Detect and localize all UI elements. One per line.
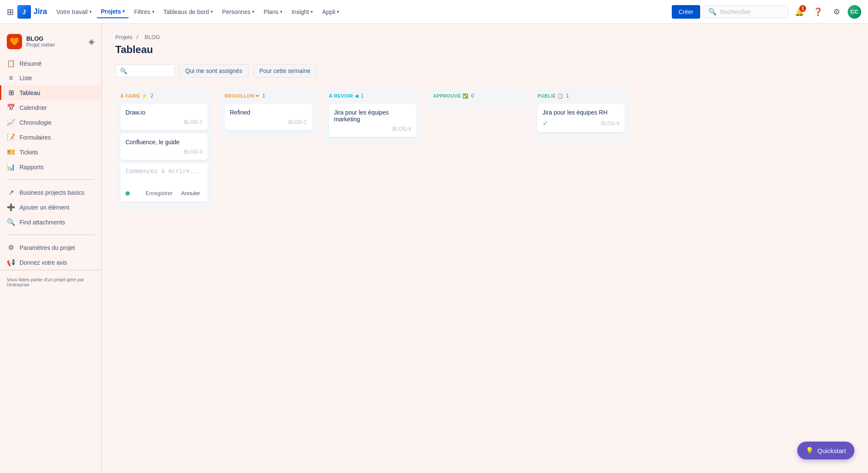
resume-icon: 📋 [7,59,15,67]
calendar-icon: 📅 [7,104,15,112]
sidebar-item-resume[interactable]: 📋 Résumé [0,56,101,71]
column-title-todo: À FAIRE ⚡ [120,93,148,99]
grid-icon[interactable]: ⊞ [7,7,14,17]
sidebar-item-find-attachments[interactable]: 🔍 Find attachments [0,215,101,230]
status-indicator [125,191,130,196]
column-count-arevoir: 1 [361,93,364,99]
card-title: Jira pour les équipes RH [542,109,620,116]
sidebar-nav: 📋 Résumé ≡ Liste ⊞ Tableau 📅 Calendrier … [0,56,101,270]
board-icon: ⊞ [7,89,15,97]
sidebar-footer: Vous faites partie d'un projet géré par … [0,270,101,294]
settings-button[interactable]: ⚙ [829,4,844,20]
jira-logo[interactable]: J Jira [17,5,47,19]
breadcrumb: Projets / BLOG [115,34,854,40]
kanban-board: À FAIRE ⚡ 2 Draw.io BLOG-1 Confluence, l… [115,88,854,210]
nav-menu: Votre travail ▾ Projets ▾ Filtres ▾ Tabl… [52,6,670,18]
sidebar: 🧡 BLOG Projet métier ◈ 📋 Résumé ≡ Liste … [0,24,102,473]
card-id: BLOG-1 [125,119,203,125]
chevron-down-icon: ▾ [252,9,254,14]
list-icon: ≡ [7,74,15,82]
create-card-input[interactable] [125,168,203,185]
quickstart-button[interactable]: 💡 Quickstart [797,442,854,459]
sidebar-divider [7,179,95,180]
column-header-arevoir: À REVOIR ◀ 1 [329,93,416,99]
column-header-publie: PUBLIÉ 📋 1 [537,93,625,99]
card-id: BLOG-4 [334,126,411,132]
chevron-down-icon: ▾ [211,9,213,14]
create-button[interactable]: Créer [672,5,700,19]
column-todo: À FAIRE ⚡ 2 Draw.io BLOG-1 Confluence, l… [115,88,213,210]
sidebar-settings-icon[interactable]: ◈ [89,37,95,46]
card-id: BLOG-5 [601,120,620,126]
filter-this-week-button[interactable]: Pour cette semaine [253,64,317,78]
column-approuve: APPROUVÉ ✅ 0 [428,88,526,109]
nav-appli[interactable]: Appli ▾ [318,6,343,18]
column-header-approuve: APPROUVÉ ✅ 0 [433,93,520,99]
app-layout: 🧡 BLOG Projet métier ◈ 📋 Résumé ≡ Liste … [0,24,868,473]
sidebar-item-label: Find attachments [19,219,65,226]
topnav-actions: Créer 🔍 🔔 1 ❓ ⚙ CC [672,4,861,20]
logo-icon: J [17,5,31,19]
quickstart-icon: 💡 [806,447,814,454]
filter-assigned-button[interactable]: Qui me sont assignés [179,64,249,78]
sidebar-item-business-basics[interactable]: ↗ Business projects basics [0,185,101,200]
sidebar-item-feedback[interactable]: 📢 Donnez votre avis [0,255,101,270]
user-avatar[interactable]: CC [848,5,861,19]
sidebar-item-tableau[interactable]: ⊞ Tableau [0,85,101,100]
nav-personnes[interactable]: Personnes ▾ [218,6,259,18]
card-jira-marketing[interactable]: Jira pour les équipes marketing BLOG-4 [329,104,416,137]
card-draw-io[interactable]: Draw.io BLOG-1 [120,104,208,130]
card-refined[interactable]: Refined BLOG-2 [225,104,312,130]
nav-tableaux-de-bord[interactable]: Tableaux de bord ▾ [159,6,217,18]
card-confluence[interactable]: Confluence, le guide BLOG-3 [120,134,208,160]
save-button[interactable]: Enregistrer [143,189,175,198]
sidebar-item-calendrier[interactable]: 📅 Calendrier [0,100,101,115]
settings-icon: ⚙ [7,243,15,252]
page-title: Tableau [115,44,854,56]
project-name: BLOG [26,35,84,42]
board-search-input[interactable] [130,67,172,74]
nav-filtres[interactable]: Filtres ▾ [130,6,158,18]
column-title-arevoir: À REVOIR ◀ [329,93,358,99]
chevron-down-icon: ▾ [311,9,313,14]
project-info: BLOG Projet métier [26,35,84,48]
card-title: Jira pour les équipes marketing [334,109,411,123]
column-header-brouillon: BROUILLON ✏ 1 [225,93,312,99]
card-jira-rh[interactable]: Jira pour les équipes RH ✓ BLOG-5 [537,104,625,132]
global-search[interactable]: 🔍 [704,5,788,18]
column-title-approuve: APPROUVÉ ✅ [433,93,469,99]
sidebar-item-rapports[interactable]: 📊 Rapports [0,160,101,174]
sidebar-item-parametres[interactable]: ⚙ Paramètres du projet [0,240,101,255]
column-arevoir: À REVOIR ◀ 1 Jira pour les équipes marke… [324,88,421,146]
nav-votre-travail[interactable]: Votre travail ▾ [52,6,96,18]
sidebar-item-formulaires[interactable]: 📝 Formulaires [0,130,101,145]
help-button[interactable]: ❓ [810,4,826,20]
tickets-icon: 🎫 [7,148,15,156]
card-title: Refined [230,109,307,116]
project-icon: 🧡 [7,34,22,49]
sidebar-item-ajouter[interactable]: ➕ Ajouter un élément [0,200,101,215]
sidebar-item-label: Résumé [19,60,42,67]
feedback-icon: 📢 [7,258,15,266]
nav-plans[interactable]: Plans ▾ [259,6,287,18]
reports-icon: 📊 [7,163,15,171]
search-input[interactable] [720,8,779,15]
column-count-todo: 2 [150,93,153,99]
board-search[interactable]: 🔍 [115,64,175,77]
nav-insight[interactable]: Insight ▾ [287,6,317,18]
sidebar-item-label: Paramètres du projet [19,244,75,251]
sidebar-item-chronologie[interactable]: 📈 Chronologie [0,115,101,130]
sidebar-item-liste[interactable]: ≡ Liste [0,71,101,85]
cancel-button[interactable]: Annuler [178,189,203,198]
forms-icon: 📝 [7,133,15,141]
breadcrumb-projets[interactable]: Projets [115,34,132,40]
notifications-button[interactable]: 🔔 1 [792,4,807,20]
sidebar-item-label: Rapports [19,164,44,171]
column-header-todo: À FAIRE ⚡ 2 [120,93,208,99]
card-title: Draw.io [125,109,203,116]
sidebar-footer-text: Vous faites partie d'un projet géré par … [7,277,95,287]
project-header: 🧡 BLOG Projet métier ◈ [0,31,101,56]
sidebar-item-tickets[interactable]: 🎫 Tickets [0,145,101,160]
column-title-publie: PUBLIÉ 📋 [537,93,563,99]
nav-projets[interactable]: Projets ▾ [97,6,129,18]
